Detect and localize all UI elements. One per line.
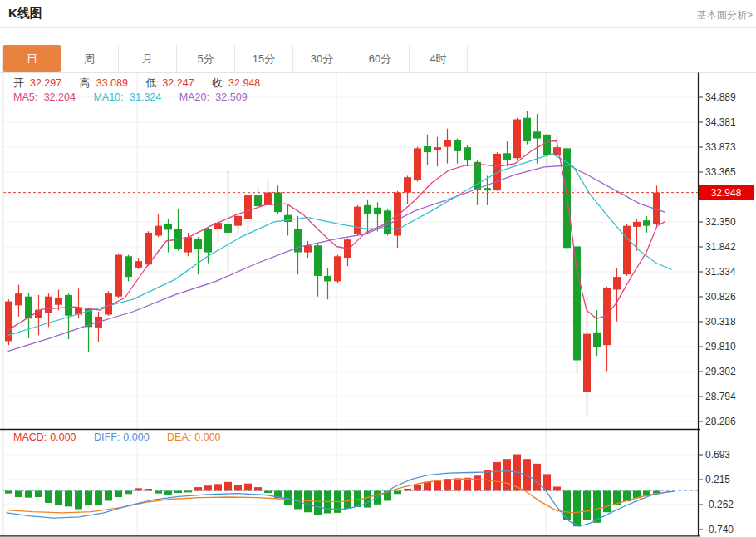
price-axis-label: 31.334 [705,266,736,278]
candle-body [484,188,491,190]
macd-bar [304,491,312,513]
macd-bar [125,491,132,495]
price-axis-label: 28.286 [705,416,736,427]
candle-body [304,245,312,252]
macd-row: MACD:0.000 DIFF:0.000 DEA:0.000 [13,431,236,443]
macd-bar [314,491,322,515]
macd-bar [164,491,172,495]
candle-body [364,205,371,214]
macd-bar [224,482,232,491]
macd-bar [5,491,12,494]
candle-body [414,148,421,180]
candle-body [125,256,132,277]
candle-body [593,333,601,347]
candle-body [65,295,72,316]
diff-value: 0.000 [123,431,149,443]
ma5-value: 32.204 [44,91,76,103]
macd-bar [95,491,102,506]
macd-bar [85,491,92,506]
candle-body [623,226,631,274]
open-value: 32.297 [30,77,61,89]
macd-axis-label: -0.740 [705,524,734,535]
ma10-value: 31.324 [130,91,161,103]
macd-bar [135,488,142,490]
candle-body [543,135,551,155]
candle-body [234,216,242,226]
macd-axis-label: -0.262 [705,499,734,510]
candle-body [224,224,232,233]
macd-bar [503,459,511,490]
candle-body [643,220,650,225]
macd-bar [394,491,401,495]
price-axis-label: 31.842 [705,241,736,253]
low-label: 低: [145,77,159,89]
candle-body [573,246,581,360]
candle-body [155,226,162,236]
price-axis-label: 30.318 [705,316,736,328]
macd-bar [404,489,411,491]
candle-body [45,297,52,313]
ma10-label: MA10: [93,91,123,103]
macd-bar [204,485,212,490]
macd-bar [155,491,162,494]
candle-body [464,147,471,160]
macd-bar [214,484,222,490]
macd-bar [573,491,581,527]
candle-body [204,229,212,252]
price-axis-label: 34.889 [705,91,736,103]
macd-bar [254,487,262,490]
price-axis-label: 32.350 [705,216,736,228]
candle-body [613,277,621,289]
macd-bar [145,489,152,491]
candle-body [444,140,451,146]
macd-label: MACD: [13,431,47,443]
macd-bar [493,462,501,491]
macd-bar [464,478,471,491]
macd-bar [444,479,451,490]
candle-body [583,334,591,392]
candle-body [314,245,322,276]
high-label: 高: [80,77,93,89]
candle-body [503,153,511,160]
macd-bar [454,478,461,490]
macd-bar [533,464,541,491]
candle-body [244,195,252,219]
macd-bar [75,491,82,510]
price-axis-label: 28.794 [705,391,736,402]
macd-bar [603,491,611,513]
macd-bar [553,486,561,490]
price-axis-label: 29.302 [705,366,736,377]
ohlc-row: 开:32.297 高:33.089 低:32.247 收:32.948 [13,76,275,91]
candle-body [274,193,282,213]
macd-bar [344,491,351,509]
macd-value: 0.000 [50,431,76,443]
macd-bar [194,487,202,490]
high-value: 33.089 [96,77,128,89]
macd-bar [35,491,42,498]
ma-row: MA5: 32.204 MA10: 31.324 MA20: 32.509 [13,91,263,103]
current-price-badge: 32.948 [699,185,754,200]
macd-bar [414,485,421,491]
candle-body [145,233,152,264]
price-axis-label: 34.381 [705,116,736,128]
candle-body [374,208,381,214]
open-label: 开: [13,77,27,89]
macd-bar [264,491,272,494]
candle-body [513,120,521,159]
macd-bar [234,485,242,491]
candle-body [55,298,62,304]
candle-body [523,118,531,141]
candle-body [164,224,172,229]
candle-body [135,261,142,268]
macd-bar [434,481,441,491]
macd-bar [364,491,371,508]
macd-bar [55,491,62,506]
macd-axis-label: 0.693 [705,449,730,461]
macd-bar [15,491,22,498]
dea-value: 0.000 [194,431,220,443]
macd-bar [115,491,122,498]
candle-body [424,146,431,152]
macd-bar [583,491,591,520]
close-label: 收: [212,77,225,89]
ma5-label: MA5: [13,91,37,103]
